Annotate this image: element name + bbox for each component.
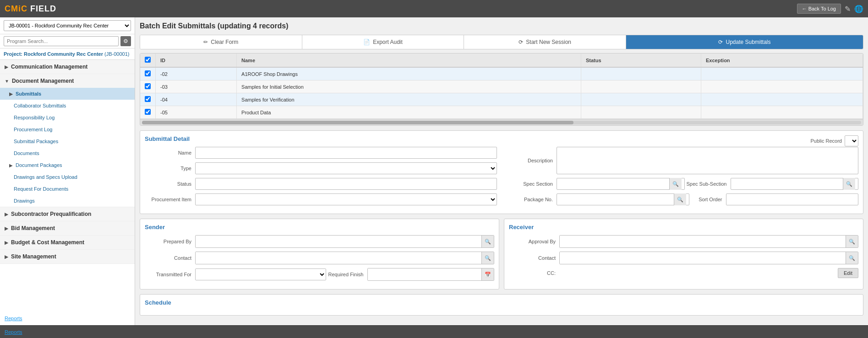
section-header-document[interactable]: ▼ Document Management bbox=[0, 74, 135, 88]
edit-icon[interactable]: ✎ bbox=[845, 5, 851, 13]
row1-id: -02 bbox=[156, 67, 237, 80]
submittals-caret: ▶ bbox=[9, 91, 13, 97]
update-submittals-button[interactable]: ⟳ Update Submittals bbox=[626, 35, 863, 49]
content-area: Batch Edit Submittals (updating 4 record… bbox=[135, 17, 868, 325]
prepared-by-row: Prepared By 🔍 bbox=[145, 235, 494, 248]
submittal-detail-form: Name Type Status Procurement Item bbox=[145, 147, 858, 209]
col-name: Name bbox=[237, 54, 581, 67]
row1-checkbox[interactable] bbox=[145, 70, 151, 76]
procurement-log-label: Procurement Log bbox=[14, 127, 52, 132]
row2-status bbox=[581, 80, 701, 93]
reports-link[interactable]: Reports bbox=[5, 316, 22, 321]
receiver-contact-search-btn[interactable]: 🔍 bbox=[846, 252, 858, 264]
gear-button[interactable]: ⚙ bbox=[120, 36, 131, 46]
table-wrapper[interactable]: ID Name Status Exception -02 A1ROOF bbox=[140, 54, 863, 119]
select-all-checkbox[interactable] bbox=[145, 57, 151, 63]
receiver-title: Receiver bbox=[509, 224, 858, 231]
public-record-row: Public Record bbox=[811, 135, 858, 146]
globe-icon[interactable]: 🌐 bbox=[854, 5, 863, 13]
project-label: Project: Rockford Community Rec Center (… bbox=[0, 48, 135, 60]
col-checkbox bbox=[140, 54, 156, 67]
row1-name: A1ROOF Shop Drawings bbox=[237, 67, 581, 80]
search-row: ⚙ bbox=[0, 34, 135, 48]
spec-subsection-input[interactable] bbox=[734, 181, 843, 187]
sidebar-item-submittals[interactable]: ▶ Submittals bbox=[0, 88, 135, 100]
sender-contact-field: 🔍 bbox=[195, 252, 494, 264]
spec-subsection-label: Spec Sub-Section bbox=[685, 181, 731, 187]
export-audit-button[interactable]: 📄 Export Audit bbox=[302, 35, 464, 49]
approval-by-input[interactable] bbox=[560, 236, 846, 247]
sidebar-item-drawings[interactable]: Drawings bbox=[0, 195, 135, 207]
section-header-subcontractor[interactable]: ▶ Subcontractor Prequalification bbox=[0, 207, 135, 221]
public-record-select[interactable] bbox=[845, 135, 858, 146]
transmitted-for-select[interactable] bbox=[195, 268, 326, 280]
clear-form-button[interactable]: ✏ Clear Form bbox=[140, 35, 302, 49]
sidebar-item-request-documents[interactable]: Request For Documents bbox=[0, 183, 135, 195]
update-icon: ⟳ bbox=[718, 39, 723, 45]
bottom-reports-link[interactable]: Reports bbox=[5, 329, 22, 335]
description-textarea[interactable] bbox=[557, 147, 858, 174]
status-row: Status bbox=[145, 178, 497, 190]
submittal-detail-title: Submittal Detail bbox=[145, 135, 190, 142]
spec-subsection-search-btn[interactable]: 🔍 bbox=[843, 178, 855, 190]
spec-section-search-btn[interactable]: 🔍 bbox=[669, 178, 682, 190]
row3-checkbox-cell bbox=[140, 93, 156, 106]
sidebar-item-responsibility-log[interactable]: Responsibility Log bbox=[0, 112, 135, 123]
calendar-btn[interactable]: 📅 bbox=[481, 268, 494, 280]
horizontal-scrollbar[interactable] bbox=[140, 119, 863, 125]
scroll-track bbox=[142, 121, 861, 124]
section-header-site[interactable]: ▶ Site Management bbox=[0, 250, 135, 263]
section-header-budget[interactable]: ▶ Budget & Cost Management bbox=[0, 236, 135, 249]
prepared-by-search-btn[interactable]: 🔍 bbox=[481, 236, 494, 247]
app-logo: CMiC FIELD bbox=[5, 4, 56, 14]
sidebar-item-drawings-upload[interactable]: Drawings and Specs Upload bbox=[0, 171, 135, 183]
start-new-session-button[interactable]: ⟳ Start New Session bbox=[464, 35, 626, 49]
sender-contact-row: Contact 🔍 bbox=[145, 252, 494, 264]
name-input[interactable] bbox=[195, 147, 497, 159]
type-select[interactable] bbox=[195, 162, 497, 174]
row4-checkbox[interactable] bbox=[145, 109, 151, 115]
sender-contact-search-btn[interactable]: 🔍 bbox=[481, 252, 494, 264]
row2-checkbox[interactable] bbox=[145, 83, 151, 89]
program-search-input[interactable] bbox=[4, 36, 119, 46]
cc-edit-button[interactable]: Edit bbox=[838, 268, 858, 278]
submittals-table-container: ID Name Status Exception -02 A1ROOF bbox=[140, 53, 863, 126]
table-row: -03 Samples for Initial Selection bbox=[140, 80, 863, 93]
sidebar-item-document-packages[interactable]: ▶ Document Packages bbox=[0, 159, 135, 171]
status-input[interactable] bbox=[195, 178, 497, 190]
submittals-table: ID Name Status Exception -02 A1ROOF bbox=[140, 54, 863, 119]
sort-order-input[interactable] bbox=[726, 193, 859, 205]
package-search-btn[interactable]: 🔍 bbox=[674, 193, 686, 205]
back-to-log-button[interactable]: ← Back To Log bbox=[797, 4, 841, 14]
row3-checkbox[interactable] bbox=[145, 96, 151, 102]
spec-section-input[interactable] bbox=[560, 181, 669, 187]
section-label-communication: Communication Management bbox=[11, 64, 87, 70]
top-bar-right: ← Back To Log ✎ 🌐 bbox=[797, 4, 863, 14]
sidebar-item-collaborator-submittals[interactable]: Collaborator Submittals bbox=[0, 100, 135, 112]
name-row: Name bbox=[145, 147, 497, 159]
approval-by-search-btn[interactable]: 🔍 bbox=[846, 236, 858, 247]
receiver-contact-label: Contact bbox=[509, 255, 559, 261]
sidebar-item-documents[interactable]: Documents bbox=[0, 147, 135, 159]
sender-contact-input[interactable] bbox=[196, 252, 481, 264]
refresh-icon: ⟳ bbox=[519, 39, 523, 45]
submittal-packages-label: Submittal Packages bbox=[14, 139, 58, 144]
table-row: -02 A1ROOF Shop Drawings bbox=[140, 67, 863, 80]
section-header-communication[interactable]: ▶ Communication Management bbox=[0, 60, 135, 74]
required-finish-input[interactable] bbox=[368, 268, 482, 280]
procurement-select[interactable] bbox=[195, 193, 497, 205]
receiver-box: Receiver Approval By 🔍 Contact 🔍 bbox=[504, 219, 863, 290]
project-select[interactable]: JB-00001 - Rockford Community Rec Center bbox=[4, 20, 131, 31]
package-input[interactable] bbox=[560, 197, 674, 202]
sidebar-item-submittal-packages[interactable]: Submittal Packages bbox=[0, 135, 135, 147]
receiver-contact-input[interactable] bbox=[560, 252, 846, 264]
cc-row: CC: Edit bbox=[509, 268, 858, 278]
section-header-bid[interactable]: ▶ Bid Management bbox=[0, 221, 135, 235]
section-communication: ▶ Communication Management bbox=[0, 60, 135, 74]
caret-icon: ▶ bbox=[5, 64, 8, 70]
prepared-by-input[interactable] bbox=[196, 236, 481, 247]
toolbar: ✏ Clear Form 📄 Export Audit ⟳ Start New … bbox=[140, 35, 863, 49]
approval-by-row: Approval By 🔍 bbox=[509, 235, 858, 248]
package-label: Package No. bbox=[506, 197, 557, 202]
sidebar-item-procurement-log[interactable]: Procurement Log bbox=[0, 123, 135, 135]
